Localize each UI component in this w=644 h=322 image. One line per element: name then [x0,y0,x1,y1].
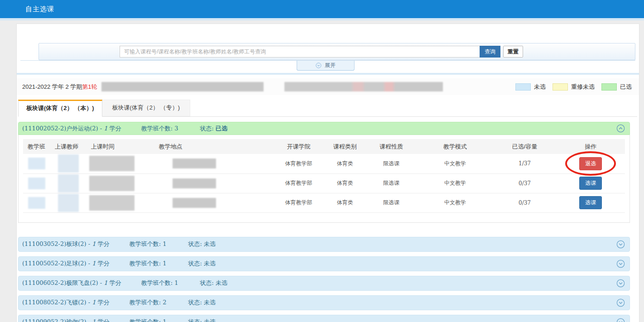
redacted-teacher-name [58,154,79,173]
course-header-darts[interactable]: (111008052-2)飞镖(2) - 1 学分 教学班个数: 2 状态: 未… [18,295,630,310]
cell-category: 体育类 [325,173,365,193]
drop-course-button[interactable]: 退选 [579,157,602,170]
legend-swatch-selected [601,83,617,91]
legend-label-retake: 重修未选 [571,83,595,91]
col-header-capacity: 已选/容量 [493,139,557,154]
chevron-down-circle-icon[interactable] [616,240,625,249]
redacted-class-location [173,198,216,208]
cell-mode: 中文教学 [417,193,493,212]
search-input[interactable] [120,46,480,58]
redacted-class-time [89,176,135,191]
spacer [18,223,630,232]
course-header-outdoor-sports[interactable]: (111002052-2)户外运动(2) - 1 学分 教学班个数: 3 状态:… [18,122,630,135]
col-header-class: 教学班 [23,139,50,154]
col-header-college: 开课学院 [273,139,325,154]
cell-nature: 限选课 [365,193,418,212]
expand-toggle[interactable]: 展开 [297,61,355,71]
main-panel: 查询 重置 展开 2021-2022 学年 2 学期第1轮 未选 重修未选 [16,24,639,322]
course-panel-list: (111002052-2)户外运动(2) - 1 学分 教学班个数: 3 状态:… [18,122,630,322]
table-row: 体育教学部 体育类 限选课 中文教学 0/37 选课 [23,173,625,193]
cell-capacity: 0/37 [493,173,557,193]
course-title: (111003052-2)板球(2) - 1 学分 [22,240,110,248]
top-navbar: 自主选课 [0,0,644,18]
select-course-button[interactable]: 选课 [579,196,602,209]
course-status: 状态: 未选 [188,260,216,268]
status-legend: 未选 重修未选 已选 [515,83,632,91]
semester-row: 2021-2022 学年 2 学期第1轮 未选 重修未选 已选 [17,78,639,95]
cell-nature: 限选课 [365,173,418,193]
redacted-class-location [173,178,216,188]
col-header-location: 教学地点 [154,139,273,154]
course-class-count: 教学班个数: 1 [130,260,167,268]
col-header-time: 上课时间 [87,139,154,154]
cell-college: 体育教学部 [273,193,325,212]
divider-strip [17,73,639,75]
cell-capacity: 0/37 [493,193,557,212]
redacted-student-info [101,82,264,91]
course-class-count: 教学班个数: 1 [130,240,167,248]
course-class-count: 教学班个数: 1 [141,279,178,287]
expand-row: 展开 [20,60,635,72]
redacted-class-time [89,195,135,211]
legend-item-retake: 重修未选 [553,83,595,91]
course-status: 状态: 未选 [188,298,216,307]
round-label: 第1轮 [82,83,97,90]
search-bar: 查询 重置 [38,43,635,60]
chevron-down-circle-icon[interactable] [616,318,625,322]
col-header-teacher: 上课教师 [50,139,87,154]
reset-button[interactable]: 重置 [503,46,523,58]
course-header-yoga[interactable]: (111009052-2)瑜伽(2) - 1 学分 教学班个数: 1 状态: 未… [18,315,630,322]
table-row: 体育教学部 体育类 限选课 中文教学 1/37 退选 [23,154,625,173]
course-header-football[interactable]: (111005052-2)足球(2) - 1 学分 教学班个数: 1 状态: 未… [18,256,630,271]
cell-nature: 限选课 [365,154,418,173]
course-title: (111005052-2)足球(2) - 1 学分 [22,260,110,268]
cell-mode: 中文教学 [417,173,493,193]
redacted-class-name [28,178,45,189]
legend-swatch-retake [553,83,568,91]
table-header-row: 教学班 上课教师 上课时间 教学地点 开课学院 课程类别 课程性质 教学模式 已… [23,139,625,154]
cell-category: 体育类 [325,154,365,173]
legend-item-unselected: 未选 [515,83,546,91]
course-status: 状态: 未选 [188,240,216,248]
course-header-ultimate-frisbee[interactable]: (111006052-2)极限飞盘(2) - 1 学分 教学班个数: 1 状态:… [18,276,630,291]
redacted-teacher-name [58,194,79,212]
course-title: (111006052-2)极限飞盘(2) - 1 学分 [22,279,121,287]
cell-college: 体育教学部 [273,154,325,173]
redacted-teacher-name [58,174,79,192]
course-class-count: 教学班个数: 3 [141,125,178,133]
table-row: 体育教学部 体育类 限选课 中文教学 0/37 选课 [23,193,625,212]
course-class-count: 教学班个数: 2 [130,298,167,307]
chevron-down-circle-icon[interactable] [616,279,625,288]
col-header-action: 操作 [556,139,625,154]
redacted-class-time [89,156,135,171]
redacted-class-name [28,158,45,169]
course-title: (111008052-2)飞镖(2) - 1 学分 [22,298,110,307]
course-header-cricket[interactable]: (111003052-2)板球(2) - 1 学分 教学班个数: 1 状态: 未… [18,237,630,252]
cell-capacity: 1/37 [493,154,557,173]
col-header-category: 课程类别 [325,139,365,154]
tab-pe-undergraduate[interactable]: 板块课(体育（2） （本）) [18,100,102,117]
chevron-down-circle-icon[interactable] [616,260,625,268]
col-header-nature: 课程性质 [365,139,418,154]
course-title: (111009052-2)瑜伽(2) - 1 学分 [22,318,110,322]
course-class-count: 教学班个数: 1 [130,318,167,322]
tab-pe-vocational[interactable]: 板块课(体育（2） （专）) [102,100,191,116]
course-status: 状态: 未选 [200,279,228,287]
course-title: (111002052-2)户外运动(2) - 1 学分 [22,125,121,133]
page-title: 自主选课 [25,5,54,14]
chevron-down-circle-icon[interactable] [616,298,625,307]
query-button[interactable]: 查询 [480,46,500,58]
semester-label: 2021-2022 学年 2 学期第1轮 [22,83,97,91]
select-course-button[interactable]: 选课 [579,177,602,190]
navbar-accent-strip [0,18,644,20]
course-classes-table-container: 教学班 上课教师 上课时间 教学地点 开课学院 课程类别 课程性质 教学模式 已… [18,135,630,223]
course-status: 状态: 未选 [188,318,216,322]
legend-swatch-unselected [515,83,531,91]
category-tabs: 板块课(体育（2） （本）) 板块课(体育（2） （专）) [18,100,637,117]
redacted-student-info-2 [284,82,443,91]
legend-item-selected: 已选 [601,83,632,91]
cell-category: 体育类 [325,193,365,212]
chevron-down-circle-icon [316,62,322,68]
chevron-up-circle-icon[interactable] [616,124,625,133]
cell-college: 体育教学部 [273,173,325,193]
